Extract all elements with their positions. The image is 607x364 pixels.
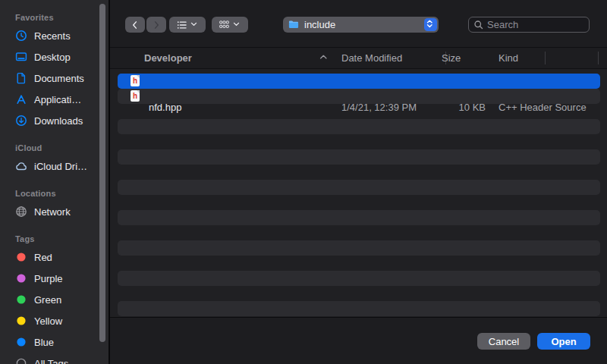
- empty-row: [118, 165, 600, 180]
- sidebar-item-blue[interactable]: Blue: [0, 331, 109, 353]
- desktop-icon: [15, 51, 27, 63]
- sidebar-item-label: Applicati…: [34, 94, 81, 105]
- open-button[interactable]: Open: [537, 333, 590, 350]
- table-row[interactable]: hnfd.hpp1/4/21, 12:39 PM10 KBC++ Header …: [118, 89, 600, 104]
- empty-row: [118, 225, 600, 240]
- back-button[interactable]: [125, 17, 145, 33]
- sidebar-section-icloud: iCloudiCloud Dri…: [0, 140, 109, 177]
- clock-icon: [15, 30, 27, 42]
- sidebar-item-label: Blue: [34, 337, 54, 348]
- group-view-button[interactable]: [212, 17, 248, 33]
- cancel-button[interactable]: Cancel: [477, 333, 530, 350]
- chevron-left-icon: [131, 20, 140, 30]
- sidebar-item-applicati[interactable]: Applicati…: [0, 89, 109, 110]
- chevron-down-icon: [233, 20, 242, 30]
- sidebar-section-tags: TagsRedPurpleGreenYellowBlueAll Tags: [0, 231, 109, 364]
- cloud-icon: [15, 160, 27, 172]
- empty-row: [118, 210, 600, 225]
- empty-row: [118, 240, 600, 256]
- sidebar-item-label: iCloud Dri…: [34, 161, 87, 172]
- column-header-date-modified[interactable]: Date Modified: [341, 48, 402, 68]
- popup-stepper: [424, 18, 437, 31]
- column-header-name[interactable]: Developer: [144, 48, 192, 68]
- file-open-dialog: FavoritesRecentsDesktopDocumentsApplicat…: [0, 0, 607, 364]
- sidebar-item-label: Yellow: [34, 315, 62, 327]
- sidebar-section-locations: LocationsNetwork: [0, 186, 109, 222]
- empty-row: [118, 195, 600, 210]
- folder-icon: [288, 19, 300, 30]
- header-file-icon: h: [131, 90, 140, 102]
- sidebar-item-label: Red: [34, 252, 52, 263]
- sidebar-scrollbar[interactable]: [99, 4, 105, 342]
- folder-popup-label: include: [304, 19, 335, 30]
- appstore-icon: [15, 93, 27, 105]
- sidebar-item-label: Green: [34, 294, 61, 306]
- folder-popup-button[interactable]: include: [283, 17, 439, 33]
- sidebar-section-label: Favorites: [0, 10, 109, 25]
- forward-button[interactable]: [146, 17, 166, 33]
- empty-row: [118, 286, 600, 301]
- search-icon: [473, 20, 484, 30]
- empty-row: [118, 271, 600, 286]
- tag-dot-icon: [15, 293, 27, 306]
- content: include Developer Date Modified Size Kin…: [110, 0, 607, 364]
- footer: Cancel Open: [110, 317, 607, 364]
- sidebar-section-label: Tags: [0, 231, 109, 246]
- sidebar-item-desktop[interactable]: Desktop: [0, 46, 109, 67]
- sidebar-item-red[interactable]: Red: [0, 246, 109, 268]
- sidebar-sections: FavoritesRecentsDesktopDocumentsApplicat…: [0, 0, 109, 364]
- list-view-icon: [175, 20, 188, 30]
- file-icon-letter: h: [131, 77, 140, 85]
- sidebar-item-yellow[interactable]: Yellow: [0, 310, 109, 331]
- sidebar-item-label: Network: [34, 206, 71, 218]
- sidebar-section-label: iCloud: [0, 140, 109, 155]
- table-row[interactable]: hnfd.h1/4/21, 12:39 PM9 KBC Header Sourc…: [118, 74, 600, 89]
- list-view-button[interactable]: [169, 17, 206, 33]
- column-divider[interactable]: [545, 52, 546, 64]
- empty-row: [118, 301, 600, 316]
- tag-dot-icon: [15, 315, 27, 327]
- sidebar-item-documents[interactable]: Documents: [0, 67, 109, 89]
- tag-dot-icon: [15, 336, 27, 348]
- empty-row: [118, 104, 600, 119]
- tag-dot-icon: [15, 251, 27, 263]
- grid-view-icon: [218, 20, 231, 30]
- header-file-icon: h: [131, 75, 140, 86]
- empty-row: [118, 134, 600, 149]
- empty-row: [118, 256, 600, 271]
- column-header-kind[interactable]: Kind: [498, 48, 518, 68]
- sidebar: FavoritesRecentsDesktopDocumentsApplicat…: [0, 0, 110, 364]
- column-header-row: Developer Date Modified Size Kind: [110, 47, 607, 69]
- toolbar: include: [110, 0, 607, 47]
- column-header-size[interactable]: Size: [442, 48, 461, 68]
- globe-icon: [15, 206, 27, 218]
- sidebar-item-label: Downloads: [34, 115, 83, 127]
- document-icon: [15, 72, 27, 84]
- column-divider[interactable]: [598, 52, 599, 64]
- sidebar-item-network[interactable]: Network: [0, 201, 109, 222]
- file-list: hnfd.h1/4/21, 12:39 PM9 KBC Header Sourc…: [110, 70, 607, 317]
- sidebar-section-label: Locations: [0, 186, 109, 201]
- sidebar-section-favorites: FavoritesRecentsDesktopDocumentsApplicat…: [0, 10, 109, 131]
- sidebar-item-label: Recents: [34, 30, 71, 42]
- sidebar-item-label: Purple: [34, 273, 63, 284]
- empty-row: [118, 149, 600, 165]
- sidebar-item-label: Desktop: [34, 52, 71, 63]
- sidebar-item-label: All Tags: [34, 358, 68, 364]
- search-field: [468, 17, 590, 33]
- file-icon-letter: h: [131, 92, 140, 100]
- sidebar-item-purple[interactable]: Purple: [0, 268, 109, 289]
- sidebar-item-all-tags[interactable]: All Tags: [0, 353, 109, 364]
- sidebar-item-green[interactable]: Green: [0, 289, 109, 310]
- tag-dot-icon: [15, 272, 27, 284]
- sidebar-item-icloud-dri[interactable]: iCloud Dri…: [0, 155, 109, 177]
- sidebar-item-recents[interactable]: Recents: [0, 25, 109, 46]
- search-input[interactable]: [487, 19, 584, 30]
- sort-ascending-icon: [319, 53, 329, 63]
- empty-row: [118, 119, 600, 134]
- up-down-chevrons-icon: [426, 20, 436, 30]
- chevron-right-icon: [152, 20, 161, 30]
- sidebar-item-downloads[interactable]: Downloads: [0, 110, 109, 131]
- sidebar-item-label: Documents: [34, 73, 84, 84]
- download-circle-icon: [15, 115, 27, 127]
